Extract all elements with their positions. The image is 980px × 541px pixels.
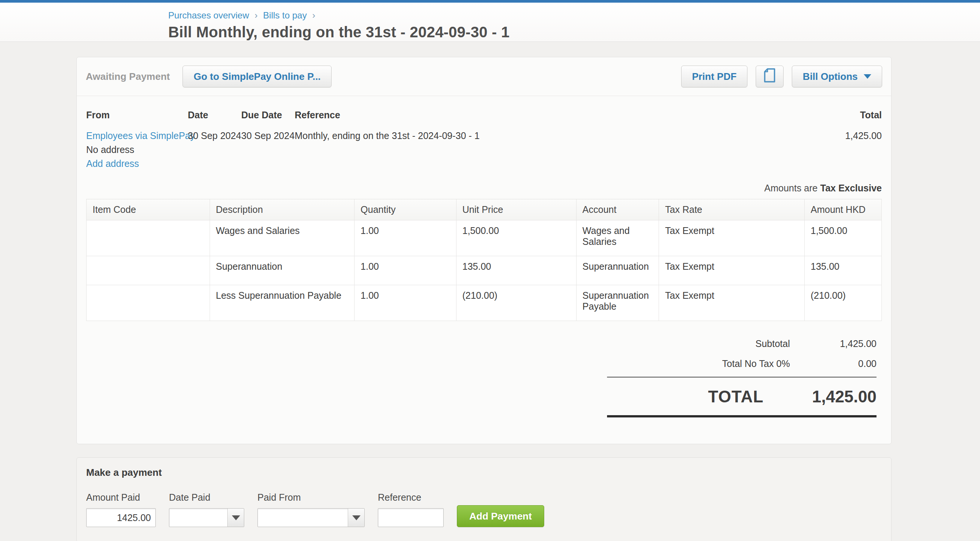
cell-quantity: 1.00 [355, 220, 456, 256]
combo-arrow-button[interactable] [228, 509, 244, 527]
date-header: Date [188, 110, 241, 121]
amount-paid-input[interactable] [86, 508, 156, 527]
page-header: Purchases overview › Bills to pay › Bill… [0, 3, 980, 42]
cell-item-code [87, 285, 210, 321]
total-header: Total [769, 110, 882, 121]
cell-quantity: 1.00 [355, 285, 456, 321]
bill-date-column: Date 30 Sep 2024 [188, 110, 241, 172]
cell-amount: (210.00) [805, 285, 882, 321]
no-tax-value: 0.00 [790, 358, 877, 369]
paid-from-combobox[interactable] [258, 508, 365, 527]
combo-arrow-button[interactable] [348, 509, 364, 527]
payment-reference-label: Reference [378, 492, 444, 503]
make-payment-panel: Make a payment Amount Paid Date Paid Pai… [76, 457, 892, 541]
no-tax-row: Total No Tax 0% 0.00 [607, 354, 877, 374]
col-quantity: Quantity [355, 199, 456, 220]
date-paid-field: Date Paid [169, 492, 244, 527]
col-item-code: Item Code [87, 199, 210, 220]
chevron-down-icon [864, 74, 871, 79]
breadcrumb-bills-to-pay[interactable]: Bills to pay [263, 10, 307, 20]
breadcrumb-purchases-overview[interactable]: Purchases overview [168, 10, 249, 20]
chevron-down-icon [232, 515, 240, 520]
cell-amount: 135.00 [805, 256, 882, 285]
reference-value: Monthly, ending on the 31st - 2024-09-30… [295, 130, 769, 141]
table-row: Less Superannuation Payable 1.00 (210.00… [87, 285, 882, 321]
print-pdf-button[interactable]: Print PDF [681, 65, 748, 88]
date-value: 30 Sep 2024 [188, 130, 241, 141]
no-tax-label: Total No Tax 0% [722, 358, 790, 369]
col-account: Account [576, 199, 659, 220]
subtotal-label: Subtotal [755, 338, 790, 349]
cell-item-code [87, 220, 210, 256]
chevron-down-icon [352, 515, 361, 520]
top-accent-bar [0, 0, 980, 3]
payment-form: Amount Paid Date Paid Paid From Referenc… [86, 492, 882, 527]
totals-block: Subtotal 1,425.00 Total No Tax 0% 0.00 T… [607, 334, 877, 417]
due-date-value: 30 Sep 2024 [241, 130, 295, 141]
cell-item-code [87, 256, 210, 285]
bill-document: From Employees via SimplePay No address … [77, 96, 891, 444]
bill-total-column: Total 1,425.00 [769, 110, 882, 172]
bill-panel: Awaiting Payment Go to SimplePay Online … [76, 57, 892, 444]
breadcrumb-separator: › [312, 10, 315, 20]
add-address-link[interactable]: Add address [86, 158, 139, 169]
col-description: Description [210, 199, 355, 220]
cell-tax-rate: Tax Exempt [659, 256, 805, 285]
col-tax-rate: Tax Rate [659, 199, 805, 220]
cell-amount: 1,500.00 [805, 220, 882, 256]
table-row: Wages and Salaries 1.00 1,500.00 Wages a… [87, 220, 882, 256]
due-date-header: Due Date [241, 110, 295, 121]
bill-due-date-column: Due Date 30 Sep 2024 [241, 110, 295, 172]
line-items-table: Item Code Description Quantity Unit Pric… [86, 199, 882, 321]
date-paid-combobox[interactable] [169, 508, 244, 527]
reference-header: Reference [295, 110, 769, 121]
breadcrumb: Purchases overview › Bills to pay › [168, 10, 980, 21]
total-value: 1,425.00 [769, 130, 882, 141]
grand-total-label: TOTAL [708, 387, 764, 406]
amount-paid-field: Amount Paid [86, 492, 156, 527]
bill-header: From Employees via SimplePay No address … [86, 110, 882, 172]
grand-total-value: 1,425.00 [764, 387, 877, 406]
subtotal-value: 1,425.00 [790, 338, 877, 349]
payment-reference-input[interactable] [378, 508, 444, 527]
tax-mode-line: Amounts are Tax Exclusive [86, 183, 882, 194]
status-badge: Awaiting Payment [86, 71, 170, 83]
paid-from-field: Paid From [258, 492, 365, 527]
bill-options-label: Bill Options [803, 71, 858, 83]
bill-reference-column: Reference Monthly, ending on the 31st - … [295, 110, 769, 172]
cell-account: Wages and Salaries [576, 220, 659, 256]
grand-total-row: TOTAL 1,425.00 [607, 378, 877, 415]
amount-paid-label: Amount Paid [86, 492, 156, 503]
cell-unit-price: (210.00) [456, 285, 576, 321]
cell-description: Wages and Salaries [210, 220, 355, 256]
add-payment-button[interactable]: Add Payment [457, 505, 544, 527]
cell-account: Superannuation Payable [576, 285, 659, 321]
from-header: From [86, 110, 188, 121]
cell-account: Superannuation [576, 256, 659, 285]
document-icon [762, 67, 777, 86]
page-title: Bill Monthly, ending on the 31st - 2024-… [168, 24, 980, 41]
toolbar-right-group: Print PDF Bill Options [681, 65, 882, 88]
make-payment-heading: Make a payment [86, 467, 882, 479]
cell-tax-rate: Tax Exempt [659, 285, 805, 321]
cell-unit-price: 1,500.00 [456, 220, 576, 256]
copy-document-button[interactable] [756, 65, 784, 88]
go-to-simplepay-button[interactable]: Go to SimplePay Online P... [183, 65, 332, 88]
no-address-text: No address [86, 144, 188, 155]
table-header-row: Item Code Description Quantity Unit Pric… [87, 199, 882, 220]
amounts-are-label: Amounts are [764, 183, 818, 193]
cell-quantity: 1.00 [355, 256, 456, 285]
breadcrumb-separator: › [255, 10, 258, 20]
cell-tax-rate: Tax Exempt [659, 220, 805, 256]
cell-description: Less Superannuation Payable [210, 285, 355, 321]
cell-unit-price: 135.00 [456, 256, 576, 285]
table-row: Superannuation 1.00 135.00 Superannuatio… [87, 256, 882, 285]
paid-from-label: Paid From [258, 492, 365, 503]
payment-reference-field: Reference [378, 492, 444, 527]
status-toolbar: Awaiting Payment Go to SimplePay Online … [77, 57, 891, 96]
col-amount: Amount HKD [805, 199, 882, 220]
bill-from-column: From Employees via SimplePay No address … [86, 110, 188, 172]
subtotal-row: Subtotal 1,425.00 [607, 334, 877, 354]
bill-options-button[interactable]: Bill Options [792, 65, 882, 88]
from-contact-link[interactable]: Employees via SimplePay [86, 130, 195, 141]
